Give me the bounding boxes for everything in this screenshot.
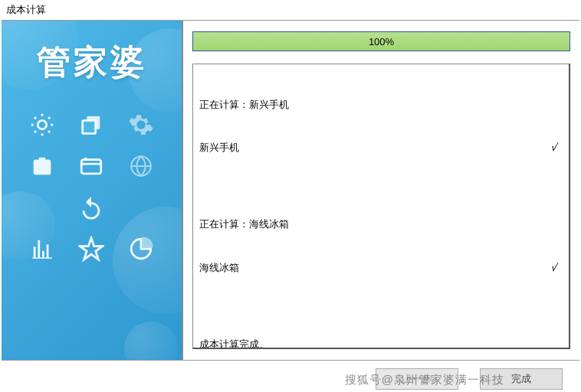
log-textarea[interactable]: 正在计算：新兴手机 新兴手机√ 正在计算：海线冰箱 海线冰箱√ 成本计算完成。 … — [192, 64, 570, 349]
piechart-icon — [123, 230, 159, 267]
wallet-icon — [73, 148, 110, 185]
checkmark-icon: √ — [550, 261, 563, 276]
placeholder-1-icon — [24, 189, 61, 226]
log-line: 海线冰箱√ — [199, 261, 563, 276]
star-icon — [73, 230, 110, 267]
log-line: 新兴手机√ — [199, 141, 563, 155]
log-line: 正在计算：新兴手机 — [199, 98, 563, 113]
svg-rect-2 — [83, 120, 96, 133]
prev-button[interactable]: 上一步 — [376, 368, 458, 390]
barchart-icon — [24, 230, 61, 267]
finish-button[interactable]: 完成 — [480, 368, 563, 390]
sidebar-icon-grid — [2, 85, 182, 273]
svg-rect-3 — [82, 160, 102, 174]
briefcase-icon — [24, 148, 61, 185]
globe-icon — [123, 148, 159, 185]
window-title: 成本计算 — [0, 0, 581, 20]
checkmark-icon: √ — [550, 141, 563, 155]
log-line: 成本计算完成。 — [199, 338, 563, 349]
progress-label: 100% — [193, 32, 570, 51]
main-area: 管家婆 — [2, 20, 579, 361]
sun-icon — [24, 106, 61, 143]
gear-icon — [123, 106, 159, 143]
button-bar: 上一步 完成 — [0, 361, 581, 392]
content-panel: 100% 正在计算：新兴手机 新兴手机√ 正在计算：海线冰箱 海线冰箱√ 成本计… — [182, 21, 579, 360]
brand-logo: 管家婆 — [2, 21, 182, 85]
placeholder-2-icon — [123, 189, 159, 226]
log-line: 正在计算：海线冰箱 — [199, 217, 563, 232]
svg-point-0 — [38, 120, 46, 129]
stack-icon — [73, 106, 110, 143]
undo-icon — [73, 189, 110, 226]
progress-bar: 100% — [192, 31, 570, 51]
sidebar-panel: 管家婆 — [2, 21, 182, 360]
